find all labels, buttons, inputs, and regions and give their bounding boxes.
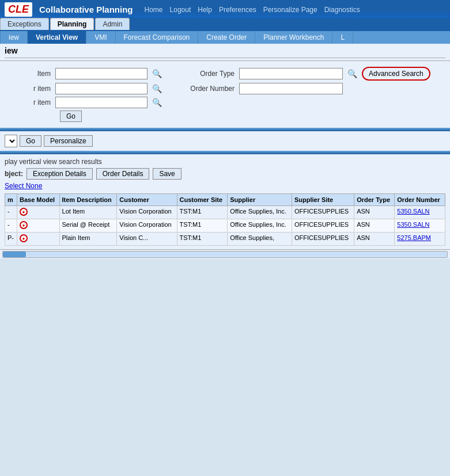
tab2-l[interactable]: L [332, 31, 353, 44]
cell-m: - [5, 219, 17, 233]
scrollbar-thumb[interactable] [3, 252, 26, 257]
tab-admin[interactable]: Admin [95, 18, 130, 30]
results-description: play vertical view search results [5, 158, 445, 166]
cell-icon[interactable] [17, 206, 59, 219]
view-dropdown[interactable] [5, 135, 17, 147]
cell-customer: Vision Corporation [117, 206, 177, 219]
cell-item-description: Lot Item [59, 206, 117, 219]
item-input[interactable] [55, 68, 148, 79]
nav-diagnostics[interactable]: Diagnostics [324, 6, 360, 14]
col-item-description: Item Description [59, 194, 117, 206]
nav-preferences[interactable]: Preferences [219, 6, 256, 14]
cell-supplier-site: OFFICESUPPLIES [292, 233, 354, 246]
col-customer-site: Customer Site [177, 194, 228, 206]
order-type-search-icon[interactable]: 🔍 [347, 69, 357, 78]
r-item1-search-icon[interactable]: 🔍 [152, 84, 162, 93]
cell-order-number[interactable]: 5275.BAPM [395, 233, 445, 246]
tabs-row1: Exceptions Planning Admin [0, 18, 450, 30]
cell-customer-site: TST:M1 [177, 219, 228, 233]
cell-order-type: ASN [354, 206, 395, 219]
nav-personalize-page[interactable]: Personalize Page [263, 6, 317, 14]
cell-customer-site: TST:M1 [177, 233, 228, 246]
red-circle-icon [20, 221, 28, 229]
order-type-label: Order Type [183, 70, 235, 78]
results-table: m Base Model Item Description Customer C… [5, 193, 445, 246]
r-item2-input[interactable] [55, 97, 148, 108]
red-circle-icon [20, 234, 28, 242]
cell-order-number[interactable]: 5350.SALN [395, 206, 445, 219]
cell-order-number[interactable]: 5350.SALN [395, 219, 445, 233]
table-container: m Base Model Item Description Customer C… [5, 193, 445, 246]
nav-links: Home Logout Help Preferences Personalize… [145, 6, 360, 14]
cell-icon[interactable] [17, 219, 59, 233]
col-customer: Customer [117, 194, 177, 206]
order-number-label: Order Number [183, 85, 235, 93]
cell-customer: Vision C... [117, 233, 177, 246]
r-item2-search-icon[interactable]: 🔍 [152, 98, 162, 107]
col-order-number: Order Number [395, 194, 445, 206]
scrollbar-track[interactable] [2, 251, 448, 258]
red-circle-icon [20, 208, 28, 216]
cell-m: - [5, 206, 17, 219]
table-row: P-Plain ItemVision C...TST:M1Office Supp… [5, 233, 445, 246]
order-type-input[interactable] [239, 68, 343, 79]
search-area: Item 🔍 Order Type 🔍 Advanced Search r it… [0, 61, 450, 129]
tab2-vmi[interactable]: VMI [86, 31, 115, 44]
order-details-button[interactable]: Order Details [96, 168, 150, 180]
cell-supplier-site: OFFICESUPPLIES [292, 219, 354, 233]
search-go-button[interactable]: Go [60, 111, 82, 122]
cell-m: P- [5, 233, 17, 246]
nav-logout[interactable]: Logout [170, 6, 191, 14]
advanced-search-button[interactable]: Advanced Search [362, 67, 430, 81]
r-item1-input[interactable] [55, 83, 148, 94]
cell-supplier: Office Supplies, Inc. [228, 219, 292, 233]
page-title: iew [5, 46, 18, 55]
results-actions: bject: Exception Details Order Details S… [5, 168, 445, 180]
search-row-2: r item 🔍 Order Number [5, 83, 445, 94]
exception-details-button[interactable]: Exception Details [27, 168, 93, 180]
order-number-link[interactable]: 5350.SALN [397, 208, 429, 215]
tab-planning[interactable]: Planning [50, 18, 94, 30]
oracle-logo: CLE [5, 2, 32, 17]
scrollbar-area[interactable] [0, 249, 450, 258]
nav-home[interactable]: Home [145, 6, 163, 14]
select-none-link[interactable]: Select None [5, 182, 42, 190]
order-number-link[interactable]: 5350.SALN [397, 221, 429, 228]
col-base-model: Base Model [17, 194, 59, 206]
save-button[interactable]: Save [153, 168, 181, 180]
toolbar-personalize-button[interactable]: Personalize [44, 135, 93, 147]
cell-customer-site: TST:M1 [177, 206, 228, 219]
col-order-type: Order Type [354, 194, 395, 206]
cell-icon[interactable] [17, 233, 59, 246]
order-number-input[interactable] [239, 83, 343, 94]
app-title: Collaborative Planning [39, 5, 133, 14]
cell-supplier: Office Supplies, Inc. [228, 206, 292, 219]
search-form: Item 🔍 Order Type 🔍 Advanced Search r it… [5, 67, 445, 122]
tabs-row2: iew Vertical View VMI Forecast Compariso… [0, 30, 450, 44]
col-supplier: Supplier [228, 194, 292, 206]
search-row-3: r item 🔍 [5, 97, 445, 108]
item-label: Item [5, 70, 51, 78]
tab2-view[interactable]: iew [0, 31, 28, 44]
cell-customer: Vision Corporation [117, 219, 177, 233]
nav-help[interactable]: Help [198, 6, 212, 14]
tab2-vertical-view[interactable]: Vertical View [28, 31, 86, 44]
toolbar-go-button[interactable]: Go [20, 135, 41, 147]
r-item2-label: r item [5, 98, 51, 106]
search-row-1: Item 🔍 Order Type 🔍 Advanced Search [5, 67, 445, 81]
tab2-forecast-comparison[interactable]: Forecast Comparison [116, 31, 199, 44]
results-area: play vertical view search results bject:… [0, 154, 450, 249]
col-m: m [5, 194, 17, 206]
cell-order-type: ASN [354, 233, 395, 246]
cell-order-type: ASN [354, 219, 395, 233]
tab-exceptions[interactable]: Exceptions [0, 18, 49, 30]
cell-item-description: Plain Item [59, 233, 117, 246]
r-item1-label: r item [5, 85, 51, 93]
order-number-link[interactable]: 5275.BAPM [397, 234, 431, 241]
tab2-create-order[interactable]: Create Order [198, 31, 255, 44]
cell-supplier-site: OFFICESUPPLIES [292, 206, 354, 219]
item-search-icon[interactable]: 🔍 [152, 69, 162, 78]
tab2-planner-workbench[interactable]: Planner Workbench [255, 31, 332, 44]
cell-supplier: Office Supplies, [228, 233, 292, 246]
toolbar-area: Go Personalize [0, 131, 450, 152]
